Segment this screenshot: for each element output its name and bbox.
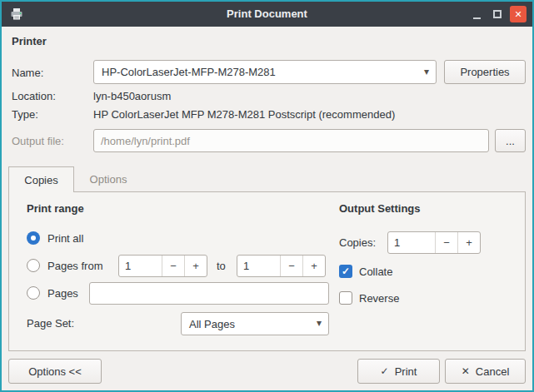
output-file-label: Output file: bbox=[12, 135, 64, 147]
chevron-down-icon: ▾ bbox=[317, 317, 322, 329]
page-set-select[interactable]: All Pages ▾ bbox=[181, 312, 329, 335]
printer-section-heading: Printer bbox=[12, 35, 47, 47]
print-dialog-window: Print Document ✕ Printer Name: HP-ColorL… bbox=[0, 0, 534, 392]
check-icon: ✓ bbox=[381, 365, 389, 377]
collate-checkbox[interactable]: ✓ bbox=[339, 265, 352, 278]
page-set-label: Page Set: bbox=[27, 317, 74, 330]
close-icon: ✕ bbox=[514, 9, 522, 20]
collate-label: Collate bbox=[359, 265, 392, 278]
pages-to-spinner[interactable]: 1 − + bbox=[237, 255, 326, 277]
pages-to-label: to bbox=[217, 260, 226, 272]
tab-copies[interactable]: Copies bbox=[8, 166, 74, 192]
properties-button[interactable]: Properties bbox=[444, 60, 526, 84]
print-all-label: Print all bbox=[47, 232, 83, 245]
reverse-checkbox[interactable] bbox=[339, 291, 352, 305]
ellipsis-icon: ... bbox=[506, 135, 515, 147]
copies-increment-button[interactable]: + bbox=[457, 232, 480, 253]
check-icon: ✓ bbox=[342, 265, 350, 277]
close-button[interactable]: ✕ bbox=[510, 6, 527, 22]
output-file-input[interactable]: /home/lyn/print.pdf bbox=[93, 129, 489, 152]
type-value: HP ColorLaserJet MFP M278-M281 Postscrip… bbox=[93, 108, 395, 121]
pages-from-increment-button[interactable]: + bbox=[184, 256, 207, 276]
minimize-button[interactable] bbox=[468, 6, 485, 22]
close-icon: ✕ bbox=[462, 365, 470, 377]
pages-from-spinner[interactable]: 1 − + bbox=[118, 255, 207, 277]
reverse-label: Reverse bbox=[359, 292, 399, 305]
pages-from-label: Pages from bbox=[47, 260, 102, 272]
browse-button[interactable]: ... bbox=[495, 129, 526, 152]
output-settings-heading: Output Settings bbox=[339, 202, 421, 215]
window-controls: ✕ bbox=[468, 6, 527, 22]
pages-from-radio[interactable] bbox=[27, 259, 40, 272]
copies-value: 1 bbox=[388, 232, 435, 253]
copies-spinner[interactable]: 1 − + bbox=[387, 231, 481, 254]
minimize-icon bbox=[473, 17, 481, 19]
pages-from-value: 1 bbox=[119, 256, 162, 276]
print-all-radio[interactable] bbox=[27, 231, 40, 245]
pages-radio[interactable] bbox=[27, 286, 40, 300]
print-range-heading: Print range bbox=[27, 202, 84, 215]
printer-name-value: HP-ColorLaserJet-MFP-M278-M281 bbox=[102, 66, 276, 78]
window-title: Print Document bbox=[2, 7, 532, 20]
copies-label: Copies: bbox=[339, 236, 376, 249]
page-set-value: All Pages bbox=[189, 318, 235, 330]
pages-to-decrement-button[interactable]: − bbox=[280, 256, 302, 276]
output-file-value: /home/lyn/print.pdf bbox=[101, 135, 190, 147]
pages-to-increment-button[interactable]: + bbox=[302, 256, 325, 276]
maximize-button[interactable] bbox=[489, 6, 506, 22]
pages-label: Pages bbox=[47, 287, 78, 300]
location-label: Location: bbox=[12, 90, 56, 102]
titlebar[interactable]: Print Document ✕ bbox=[2, 2, 532, 27]
copies-decrement-button[interactable]: − bbox=[435, 232, 457, 253]
tab-options[interactable]: Options bbox=[74, 166, 142, 191]
pages-to-value: 1 bbox=[237, 256, 280, 276]
copies-tab-panel: Print range Print all Pages from 1 − + t… bbox=[8, 191, 526, 351]
chevron-down-icon: ▾ bbox=[424, 66, 429, 77]
cancel-button[interactable]: ✕ Cancel bbox=[445, 359, 526, 384]
pages-from-decrement-button[interactable]: − bbox=[162, 256, 184, 276]
printer-name-select[interactable]: HP-ColorLaserJet-MFP-M278-M281 ▾ bbox=[93, 60, 437, 84]
maximize-icon bbox=[493, 10, 502, 18]
printer-name-label: Name: bbox=[12, 67, 43, 79]
options-toggle-button[interactable]: Options << bbox=[8, 359, 102, 384]
type-label: Type: bbox=[12, 108, 38, 121]
print-button[interactable]: ✓ Print bbox=[357, 359, 440, 384]
pages-input[interactable] bbox=[89, 282, 329, 305]
location-value: lyn-b450aorusm bbox=[93, 90, 171, 102]
